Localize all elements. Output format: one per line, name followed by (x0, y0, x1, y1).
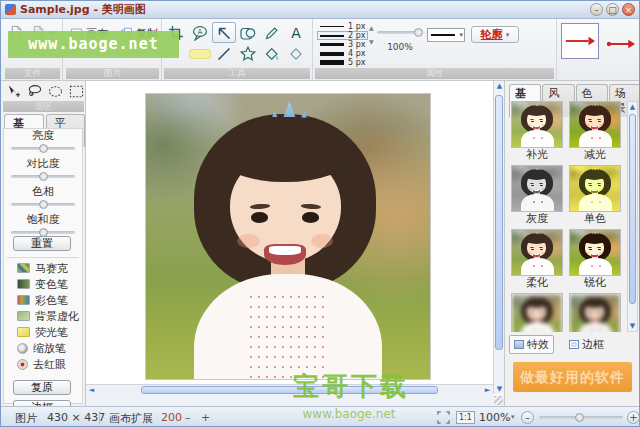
line-width-option[interactable]: 1 px (317, 22, 368, 31)
tool-item-荧光笔[interactable]: 荧光笔 (17, 324, 79, 340)
line-width-option[interactable]: 5 px (317, 58, 368, 67)
fill-bucket-icon[interactable] (260, 43, 284, 64)
zoom-dropdown-caret[interactable]: ▾ (511, 413, 515, 421)
highlight-swatch-icon[interactable] (188, 43, 212, 64)
opacity-value: 100% (377, 42, 423, 52)
photo-art (570, 102, 620, 147)
zoom-slider-thumb[interactable] (575, 413, 584, 422)
tool-item-变色笔[interactable]: 变色笔 (17, 276, 79, 292)
photo-teeth (592, 318, 598, 319)
filter-preview (511, 101, 563, 148)
photo-art (512, 166, 562, 211)
callout-text-icon[interactable]: A (188, 22, 212, 43)
line-width-down-spinner[interactable]: ▼ (369, 39, 374, 45)
vertical-scrollbar[interactable]: ▲ ▼ (493, 81, 504, 394)
vertical-scroll-thumb[interactable] (495, 95, 503, 350)
select-arrow-icon[interactable] (212, 22, 236, 43)
scroll-right-icon[interactable]: ► (482, 385, 493, 395)
close-button[interactable]: × (622, 3, 635, 16)
rounded-shape-icon[interactable] (236, 22, 260, 43)
tool-item-缩放笔[interactable]: 缩放笔 (17, 340, 79, 356)
slider-thumb[interactable] (39, 172, 48, 181)
line-width-label: 1 px (348, 22, 365, 31)
move-select-icon[interactable] (5, 84, 22, 99)
opacity-slider[interactable]: 100% (377, 31, 423, 52)
filter-thumb[interactable] (569, 293, 621, 332)
line-width-option[interactable]: 3 px (317, 40, 368, 49)
line-width-option[interactable]: 2 px (317, 31, 368, 40)
tab-特效[interactable]: 特效 (509, 335, 554, 354)
filter-thumb[interactable] (511, 293, 563, 332)
restore-button[interactable]: 复原 (13, 380, 71, 395)
text-icon[interactable]: A (284, 22, 308, 43)
filter-thumb-补光[interactable]: 补光 (511, 101, 563, 161)
canvas-expand-minus-button[interactable]: – (185, 411, 191, 424)
slider-thumb[interactable] (39, 200, 48, 209)
ellipse-select-icon[interactable] (47, 84, 64, 99)
tool-item-背景虚化[interactable]: 背景虚化 (17, 308, 79, 324)
arrow-style-option[interactable] (606, 35, 637, 47)
tool-item-马赛克[interactable]: 马赛克 (17, 260, 79, 276)
slider-色相[interactable] (11, 203, 75, 206)
filter-preview (569, 229, 621, 276)
line-sample (320, 26, 344, 27)
tool-item-彩色笔[interactable]: 彩色笔 (17, 292, 79, 308)
minimize-button[interactable]: – (590, 3, 603, 16)
filter-thumb-减光[interactable]: 减光 (569, 101, 621, 161)
line-width-label: 4 px (348, 49, 365, 58)
line-style-caret[interactable]: ▾ (459, 31, 464, 39)
slider-thumb[interactable] (39, 144, 48, 153)
adjust-block-亮度: 亮度 (5, 129, 81, 150)
promo-banner[interactable]: 做最好用的软件 (513, 362, 632, 392)
canvas-area[interactable]: ▲ ▼ ◄ ► (86, 81, 504, 406)
photo-bangs (583, 234, 606, 244)
filter-thumb-柔化[interactable]: 柔化 (511, 229, 563, 289)
photo-teeth (534, 190, 540, 191)
group-label-picture: 图片 (66, 68, 159, 79)
filter-thumb-单色[interactable]: 单色 (569, 165, 621, 225)
outline-button[interactable]: 轮廓 ▾ (471, 26, 519, 43)
mosaic-icon (17, 263, 30, 273)
left-panel: 选区 基本平衡 亮度对比度色相饱和度 重置 马赛克变色笔彩色笔背景虚化荧光笔缩放… (1, 81, 86, 406)
slider-亮度[interactable] (11, 147, 75, 150)
ratio-1-1-button[interactable]: 1:1 (456, 411, 475, 424)
line-style-combo[interactable]: ▾ (427, 28, 465, 42)
line-icon[interactable] (212, 43, 236, 64)
canvas-expand-label: 画布扩展 (109, 411, 153, 426)
tab-label: 边框 (582, 337, 604, 352)
photo-art (570, 230, 620, 275)
reset-button[interactable]: 重置 (13, 236, 71, 251)
star-icon[interactable] (236, 43, 260, 64)
slider-对比度[interactable] (11, 175, 75, 178)
zoom-slider[interactable] (539, 416, 623, 419)
filters-scroll-thumb[interactable] (629, 114, 636, 304)
fit-screen-icon[interactable] (437, 411, 450, 427)
line-width-up-spinner[interactable]: ▲ (369, 25, 374, 31)
lasso-icon[interactable] (26, 84, 43, 99)
filters-scrollbar[interactable]: ▲ ▼ (627, 101, 638, 332)
arrow-style-preview[interactable] (561, 23, 599, 59)
diamond-icon[interactable] (284, 43, 308, 64)
tool-item-去红眼[interactable]: 去红眼 (17, 356, 79, 372)
filters-scroll-up-icon[interactable]: ▲ (627, 102, 638, 112)
filter-thumb-锐化[interactable]: 锐化 (569, 229, 621, 289)
scroll-left-icon[interactable]: ◄ (86, 385, 97, 395)
tool-label: 荧光笔 (35, 325, 68, 340)
maximize-button[interactable]: □ (606, 3, 619, 16)
line-width-option[interactable]: 4 px (317, 49, 368, 58)
pencil-icon[interactable] (260, 22, 284, 43)
tab-边框[interactable]: 边框 (564, 335, 609, 354)
zoom-in-button[interactable]: + (627, 411, 640, 424)
canvas-expand-plus-button[interactable]: + (201, 411, 210, 424)
filter-preview (569, 165, 621, 212)
outline-caret[interactable]: ▾ (506, 31, 510, 39)
slider-饱和度[interactable] (11, 231, 75, 234)
filters-scroll-down-icon[interactable]: ▼ (627, 321, 638, 331)
opacity-slider-thumb[interactable] (414, 28, 423, 37)
rect-select-icon[interactable] (68, 84, 85, 99)
photo-art (512, 102, 562, 147)
bg-blur-icon (17, 311, 30, 321)
zoom-out-button[interactable]: – (521, 411, 534, 424)
line-style-sample (431, 34, 455, 36)
filter-thumb-灰度[interactable]: 灰度 (511, 165, 563, 225)
